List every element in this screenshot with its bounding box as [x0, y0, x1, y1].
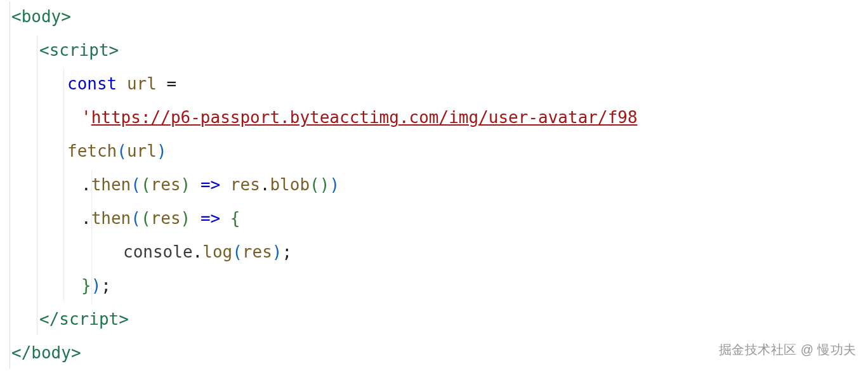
code-line: </script>: [11, 303, 868, 336]
string-url: https://p6-passport.byteacctimg.com/img/…: [91, 108, 638, 127]
tag-bracket: >: [109, 41, 119, 60]
arrow: =>: [201, 175, 220, 194]
dot: .: [193, 242, 203, 261]
code-line: 'https://p6-passport.byteacctimg.com/img…: [11, 101, 868, 134]
tag-bracket: </: [11, 343, 31, 362]
method: blob: [270, 175, 310, 194]
paren: (: [232, 242, 242, 261]
indent-guide: [10, 1, 10, 369]
paren: (: [310, 175, 320, 194]
brace: {: [230, 209, 240, 228]
tag-bracket: <: [39, 41, 49, 60]
tag-bracket: >: [119, 310, 129, 329]
method: then: [91, 209, 131, 228]
paren: ): [181, 209, 191, 228]
paren: ): [329, 175, 339, 194]
identifier: console: [123, 242, 193, 261]
method: log: [202, 242, 232, 261]
paren: (: [141, 209, 151, 228]
method: then: [91, 175, 131, 194]
dot: .: [81, 175, 91, 194]
paren: (: [141, 175, 151, 194]
code-block: <body> <script> const url = 'https://p6-…: [0, 0, 868, 370]
identifier: url: [127, 74, 157, 93]
paren: (: [131, 209, 141, 228]
code-line: });: [11, 269, 868, 303]
code-line: console.log(res);: [11, 235, 868, 269]
code-line: const url =: [11, 67, 868, 101]
identifier: res: [151, 175, 181, 194]
paren: (: [131, 175, 141, 194]
dot: .: [260, 175, 270, 194]
identifier: res: [230, 175, 260, 194]
paren: ): [91, 276, 102, 295]
code-line: <script>: [11, 34, 868, 67]
identifier: url: [127, 141, 157, 160]
identifier: res: [242, 242, 272, 261]
tag-name: body: [31, 343, 71, 362]
paren: ): [181, 175, 191, 194]
operator: =: [167, 74, 177, 93]
semicolon: ;: [282, 242, 292, 261]
tag-bracket: <: [11, 7, 22, 26]
dot: .: [81, 209, 91, 228]
code-line: .then((res) => res.blob()): [11, 168, 868, 202]
tag-bracket: >: [71, 343, 81, 362]
code-line: fetch(url): [11, 134, 868, 168]
brace: }: [81, 276, 91, 295]
paren: ): [157, 141, 167, 160]
tag-name: script: [49, 41, 109, 60]
code-line: .then((res) => {: [11, 202, 868, 235]
tag-bracket: </: [39, 310, 59, 329]
arrow: =>: [201, 209, 220, 228]
paren: (: [117, 141, 127, 160]
tag-name: script: [59, 310, 119, 329]
paren: ): [320, 175, 330, 194]
identifier: res: [151, 209, 181, 228]
semicolon: ;: [101, 276, 111, 295]
string-quote: ': [81, 108, 91, 127]
tag-name: body: [22, 7, 62, 26]
watermark: 掘金技术社区 @ 慢功夫: [719, 333, 857, 367]
keyword: const: [67, 74, 117, 93]
tag-bracket: >: [61, 7, 71, 26]
code-line: <body>: [11, 0, 868, 34]
paren: ): [272, 242, 282, 261]
function-call: fetch: [67, 141, 117, 160]
